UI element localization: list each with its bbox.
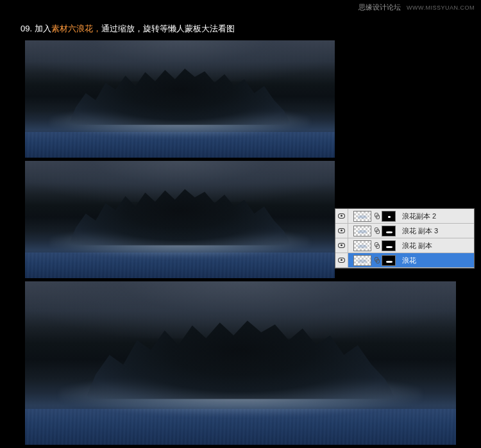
- link-icon[interactable]: [374, 257, 379, 263]
- watermark: 思缘设计论坛 WWW.MISSYUAN.COM: [359, 3, 475, 12]
- layer-thumbnail[interactable]: [353, 240, 371, 251]
- instruction-pre: 加入: [35, 24, 51, 33]
- watermark-url: WWW.MISSYUAN.COM: [407, 4, 475, 11]
- link-icon[interactable]: [374, 242, 379, 249]
- layer-label: 浪花: [402, 256, 416, 265]
- eye-icon: [338, 258, 345, 263]
- layer-row[interactable]: 浪花 副本: [335, 238, 474, 253]
- eye-icon: [338, 243, 345, 248]
- layer-thumbnail[interactable]: [353, 211, 371, 222]
- layer-row[interactable]: 浪花副本 2: [335, 209, 474, 224]
- mask-thumbnail[interactable]: [382, 255, 396, 266]
- visibility-toggle[interactable]: [335, 224, 348, 238]
- link-icon[interactable]: [374, 228, 379, 234]
- mask-thumbnail[interactable]: [382, 211, 396, 222]
- mask-thumbnail[interactable]: [382, 226, 396, 236]
- layers-panel: 浪花副本 2 浪花 副本 3 浪花 副本 浪花: [335, 208, 475, 269]
- instruction-post: 通过缩放，旋转等懒人蒙板大法看图: [101, 24, 235, 33]
- link-icon[interactable]: [374, 213, 379, 219]
- visibility-toggle[interactable]: [335, 238, 348, 253]
- layer-label: 浪花 副本: [402, 241, 432, 251]
- preview-image-3: [24, 281, 457, 445]
- step-instruction: 09. 加入素材六浪花，通过缩放，旋转等懒人蒙板大法看图: [21, 23, 235, 35]
- step-num: 09.: [21, 24, 32, 33]
- mask-thumbnail[interactable]: [382, 240, 396, 251]
- layer-label: 浪花副本 2: [402, 212, 436, 221]
- layer-thumbnail[interactable]: [353, 226, 371, 236]
- preview-image-2: [24, 160, 335, 279]
- visibility-toggle[interactable]: [335, 253, 348, 267]
- layer-row[interactable]: 浪花 副本 3: [335, 224, 474, 238]
- eye-icon: [338, 228, 345, 233]
- layer-label: 浪花 副本 3: [402, 226, 438, 236]
- visibility-toggle[interactable]: [335, 209, 348, 223]
- instruction-highlight: 素材六浪花，: [51, 24, 101, 33]
- layer-thumbnail[interactable]: [353, 255, 371, 266]
- watermark-text: 思缘设计论坛: [359, 3, 401, 11]
- layer-row[interactable]: 浪花: [335, 253, 474, 268]
- eye-icon: [338, 213, 345, 219]
- preview-image-1: [24, 40, 335, 158]
